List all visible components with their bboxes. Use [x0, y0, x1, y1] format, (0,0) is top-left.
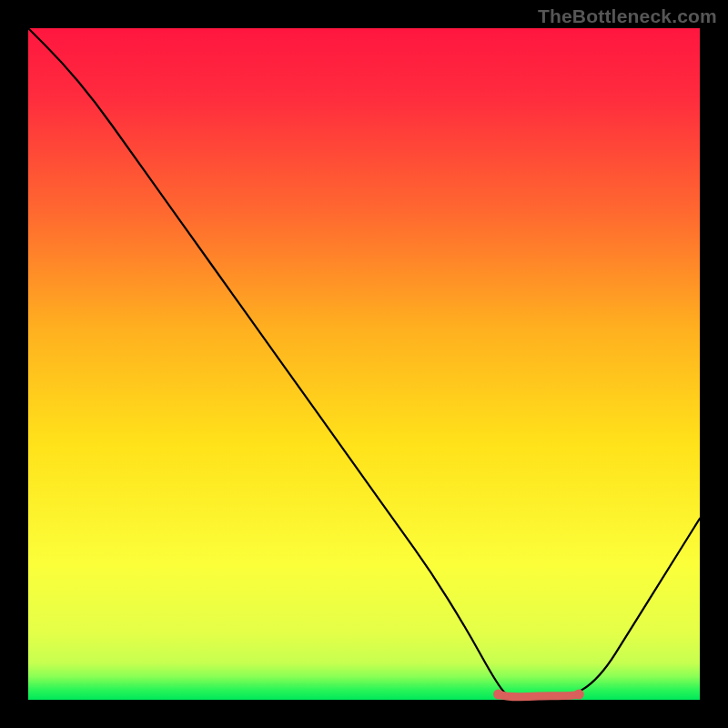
optimal-range-endpoint: [493, 690, 503, 700]
bottleneck-chart: [0, 0, 728, 728]
watermark-text: TheBottleneck.com: [538, 5, 717, 27]
optimal-range-endpoint: [574, 690, 584, 700]
chart-frame: TheBottleneck.com: [0, 0, 728, 728]
optimal-range-marker: [499, 694, 580, 697]
gradient-background: [28, 28, 700, 700]
